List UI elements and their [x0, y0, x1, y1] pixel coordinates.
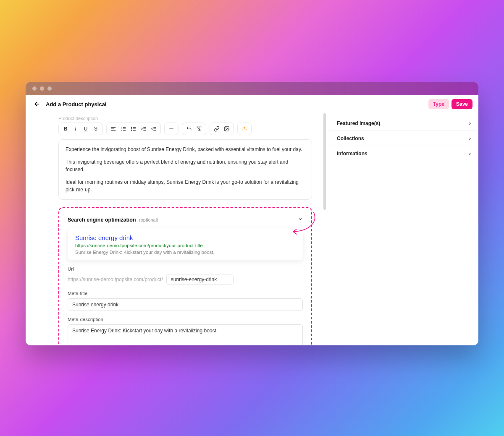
clear-format-icon[interactable]	[195, 125, 203, 133]
svg-point-14	[131, 128, 132, 129]
strikethrough-icon[interactable]: S	[92, 125, 100, 133]
top-bar: Add a Product physical Type Save	[26, 95, 478, 113]
description-editor[interactable]: Experience the invigorating boost of Sun…	[58, 139, 312, 200]
body: Product description B I U S 123	[26, 113, 478, 345]
seo-header[interactable]: Search engine optimization (optional)	[68, 216, 303, 223]
sidebar-item-collections[interactable]: Collections ›	[329, 131, 478, 146]
seo-section: Search engine optimization (optional) Su…	[58, 207, 312, 345]
chevron-right-icon: ›	[469, 150, 471, 157]
chevron-right-icon: ›	[469, 135, 471, 141]
svg-text:3: 3	[121, 130, 122, 131]
description-paragraph: Experience the invigorating boost of Sun…	[66, 146, 305, 153]
sidebar: Featured image(s) › Collections › Inform…	[329, 113, 478, 345]
serp-url: https://sunrise-demo.tpopsite.com/produc…	[75, 243, 295, 248]
ai-sparkle-icon[interactable]	[240, 125, 249, 133]
type-button[interactable]: Type	[428, 99, 449, 109]
serp-description: Sunrise Energy Drink: Kickstart your day…	[75, 250, 295, 255]
url-label: Url	[68, 266, 303, 272]
toolbar-group-history	[182, 123, 206, 135]
toolbar-group-divider	[164, 123, 178, 135]
meta-title-input[interactable]	[68, 298, 303, 311]
seo-optional-label: (optional)	[139, 217, 158, 222]
seo-section-title: Search engine optimization	[68, 217, 136, 223]
chevron-right-icon: ›	[469, 120, 471, 126]
toolbar-group-paragraph: 123	[106, 123, 161, 135]
chevron-down-icon[interactable]	[298, 217, 303, 223]
url-row: https://sunrise-demo.tpopsite.com/produc…	[68, 274, 303, 285]
indent-left-icon[interactable]	[150, 125, 158, 133]
traffic-light-minimize[interactable]	[40, 86, 44, 91]
image-icon[interactable]	[223, 125, 231, 133]
url-prefix: https://sunrise-demo.tpopsite.com/produc…	[68, 277, 163, 282]
serp-title: Sunrise energy drink	[75, 234, 295, 241]
link-icon[interactable]	[213, 125, 221, 133]
undo-icon[interactable]	[185, 125, 193, 133]
toolbar-group-insert	[210, 123, 234, 135]
meta-description-label: Meta-description	[68, 317, 303, 322]
serp-preview: Sunrise energy drink https://sunrise-dem…	[68, 228, 303, 260]
section-label-description: Product description	[58, 116, 312, 121]
underline-icon[interactable]: U	[81, 125, 90, 133]
bold-icon[interactable]: B	[61, 125, 70, 133]
svg-point-13	[131, 127, 132, 128]
bullet-list-icon[interactable]	[129, 125, 138, 133]
indent-right-icon[interactable]	[139, 125, 148, 133]
meta-title-label: Meta-title	[68, 291, 303, 296]
sidebar-item-label: Featured image(s)	[337, 120, 380, 126]
sidebar-item-informations[interactable]: Informations ›	[329, 146, 478, 161]
main-column: Product description B I U S 123	[26, 113, 329, 345]
app-window: Add a Product physical Type Save Product…	[26, 82, 478, 345]
slug-input[interactable]	[166, 274, 234, 285]
editor-toolbar: B I U S 123	[58, 123, 312, 135]
ordered-list-icon[interactable]: 123	[119, 125, 128, 133]
save-button[interactable]: Save	[452, 99, 472, 109]
description-paragraph: This invigorating beverage offers a perf…	[66, 158, 305, 173]
page-title: Add a Product physical	[46, 101, 106, 107]
traffic-light-close[interactable]	[32, 86, 37, 91]
svg-point-26	[226, 128, 226, 128]
sidebar-item-label: Informations	[337, 151, 368, 157]
italic-icon[interactable]: I	[71, 125, 80, 133]
window-titlebar	[26, 82, 478, 95]
meta-description-input[interactable]	[68, 324, 303, 345]
svg-point-15	[131, 130, 132, 131]
horizontal-rule-icon[interactable]	[167, 125, 176, 133]
sidebar-item-label: Collections	[337, 136, 364, 141]
toolbar-group-ai	[237, 123, 252, 135]
align-icon[interactable]	[109, 125, 118, 133]
traffic-light-zoom[interactable]	[47, 86, 52, 91]
toolbar-group-text: B I U S	[58, 123, 103, 135]
back-button[interactable]	[32, 99, 42, 110]
description-paragraph: Ideal for morning routines or midday slu…	[66, 178, 305, 193]
sidebar-item-featured-images[interactable]: Featured image(s) ›	[329, 116, 478, 131]
